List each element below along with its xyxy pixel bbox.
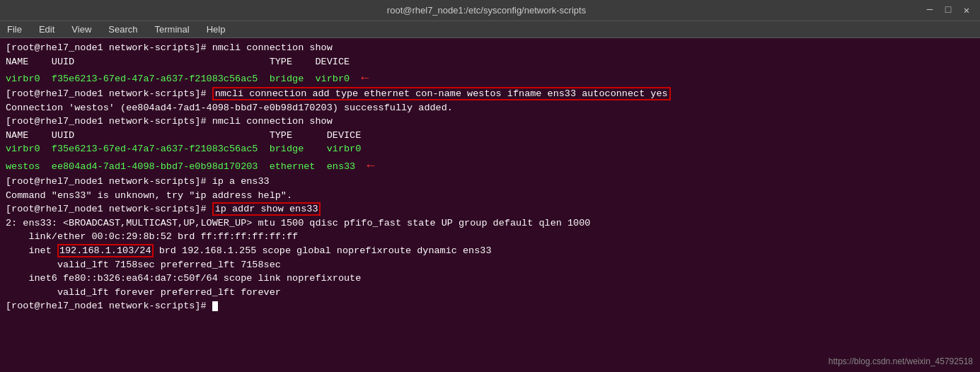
terminal-line: NAME UUID TYPE DEVICE xyxy=(6,129,974,143)
menu-help[interactable]: Help xyxy=(204,24,229,35)
menu-search[interactable]: Search xyxy=(105,24,140,35)
terminal-line: [root@rhel7_node1 network-scripts]# ip a… xyxy=(6,175,974,189)
terminal-content[interactable]: [root@rhel7_node1 network-scripts]# nmcl… xyxy=(0,38,980,372)
menu-file[interactable]: File xyxy=(4,24,25,35)
window-controls[interactable]: ─ □ ✕ xyxy=(923,4,973,16)
terminal-prompt: [root@rhel7_node1 network-scripts]# xyxy=(6,299,974,313)
watermark: https://blog.csdn.net/weixin_45792518 xyxy=(829,356,973,368)
terminal-line: valid_lft forever preferred_lft forever xyxy=(6,286,974,300)
menu-edit[interactable]: Edit xyxy=(36,24,57,35)
terminal-cursor xyxy=(212,301,218,311)
terminal-line: virbr0 f35e6213-67ed-47a7-a637-f21083c56… xyxy=(6,142,974,156)
terminal-line: NAME UUID TYPE DEVICE xyxy=(6,55,974,69)
window-title: root@rhel7_node1:/etc/sysconfig/network-… xyxy=(50,5,923,16)
menu-view[interactable]: View xyxy=(69,24,94,35)
minimize-button[interactable]: ─ xyxy=(923,4,936,16)
close-button[interactable]: ✕ xyxy=(960,4,973,16)
maximize-button[interactable]: □ xyxy=(942,4,955,16)
terminal-line: inet 192.168.1.103/24 brd 192.168.1.255 … xyxy=(6,244,974,258)
terminal-line: inet6 fe80::b326:ea64:da7:c50f/64 scope … xyxy=(6,272,974,286)
titlebar: root@rhel7_node1:/etc/sysconfig/network-… xyxy=(0,0,980,21)
terminal-line: [root@rhel7_node1 network-scripts]# ip a… xyxy=(6,202,974,216)
terminal-line: link/ether 00:0c:29:8b:52 brd ff:ff:ff:f… xyxy=(6,230,974,244)
menu-terminal[interactable]: Terminal xyxy=(152,24,192,35)
terminal-line: valid_lft 7158sec preferred_lft 7158sec xyxy=(6,258,974,272)
terminal-line: Connection 'westos' (ee804ad4-7ad1-4098-… xyxy=(6,101,974,115)
terminal-line: westos ee804ad4-7ad1-4098-bbd7-e0b98d170… xyxy=(6,156,974,175)
terminal-line: 2: ens33: <BROADCAST,MULTICAST,UP,LOWER_… xyxy=(6,216,974,231)
terminal-line: [root@rhel7_node1 network-scripts]# nmcl… xyxy=(6,115,974,129)
terminal-line: [root@rhel7_node1 network-scripts]# nmcl… xyxy=(6,87,974,101)
terminal-line: [root@rhel7_node1 network-scripts]# nmcl… xyxy=(6,41,974,55)
terminal-line: Command "ens33" is unknown, try "ip addr… xyxy=(6,189,974,203)
menubar: File Edit View Search Terminal Help xyxy=(0,21,980,38)
terminal-line: virbr0 f35e6213-67ed-47a7-a637-f21083c56… xyxy=(6,69,974,87)
